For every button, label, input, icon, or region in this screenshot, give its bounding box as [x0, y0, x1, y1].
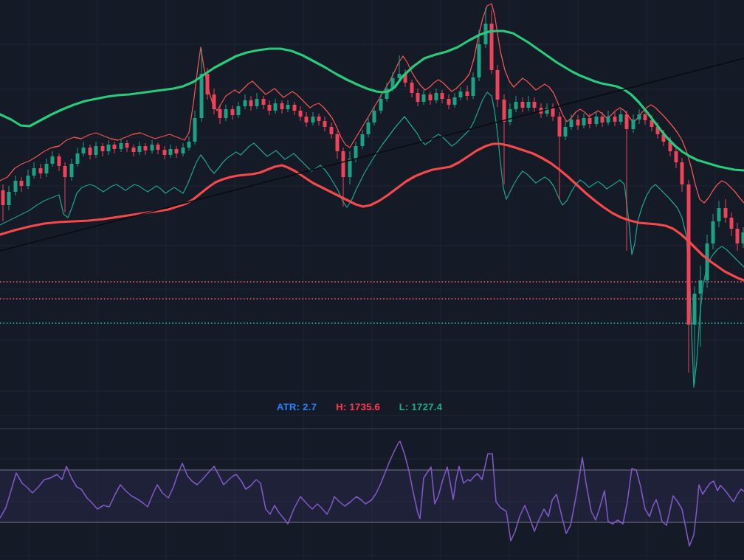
- low-value: L: 1727.4: [399, 401, 442, 412]
- trading-chart-app: ATR: 2.7 H: 1735.6 L: 1727.4: [0, 0, 744, 560]
- chart-canvas[interactable]: [0, 0, 744, 560]
- indicator-values-label: ATR: 2.7 H: 1735.6 L: 1727.4: [277, 401, 458, 412]
- pane-separator[interactable]: [0, 428, 744, 429]
- high-value: H: 1735.6: [336, 401, 380, 412]
- candles-layer: [1, 7, 744, 384]
- atr-value: ATR: 2.7: [277, 401, 317, 412]
